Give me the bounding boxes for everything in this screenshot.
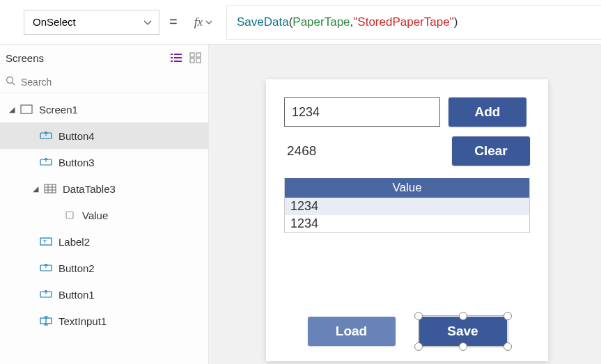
tree-search[interactable] xyxy=(0,71,208,93)
tree-panel: Screens xyxy=(0,45,209,364)
formula-token-ident: PaperTape xyxy=(292,15,350,29)
save-button[interactable]: Save xyxy=(419,317,507,346)
result-label: 2468 xyxy=(284,143,316,159)
svg-rect-6 xyxy=(190,53,194,57)
label-icon: T xyxy=(39,236,53,247)
svg-rect-3 xyxy=(174,57,182,58)
table-header-value: Value xyxy=(285,178,529,198)
save-button-selected[interactable]: Save xyxy=(419,317,507,346)
grid-view-icon[interactable] xyxy=(190,53,201,63)
tree-item-button3[interactable]: Button3 xyxy=(0,149,208,175)
resize-handle[interactable] xyxy=(414,342,423,351)
add-button[interactable]: Add xyxy=(448,97,526,127)
chevron-down-icon xyxy=(143,16,152,28)
number-input[interactable] xyxy=(284,97,440,127)
button-icon xyxy=(39,157,53,168)
search-icon xyxy=(6,76,15,88)
data-table[interactable]: Value 1234 1234 xyxy=(284,178,530,233)
svg-rect-8 xyxy=(190,58,194,63)
svg-point-10 xyxy=(7,77,13,83)
resize-handle[interactable] xyxy=(504,312,512,320)
formula-input[interactable]: SaveData( PaperTape, "StoredPaperTape" ) xyxy=(226,5,601,40)
resize-handle[interactable] xyxy=(414,312,423,320)
svg-rect-9 xyxy=(196,58,201,63)
tree-item-textinput1[interactable]: TextInput1 xyxy=(0,308,208,334)
caret-down-icon: ◢ xyxy=(31,184,40,193)
resize-handle[interactable] xyxy=(504,342,512,351)
formula-token-string: "StoredPaperTape" xyxy=(353,15,453,29)
clear-button[interactable]: Clear xyxy=(452,136,530,166)
svg-rect-4 xyxy=(171,61,173,62)
button-icon xyxy=(39,289,53,300)
tree-view-icon[interactable] xyxy=(171,53,182,63)
table-row[interactable]: 1234 xyxy=(285,215,529,232)
svg-rect-0 xyxy=(171,54,173,55)
tree-item-datatable3[interactable]: ◢ DataTable3 xyxy=(0,175,208,202)
button-icon xyxy=(39,130,53,141)
screen-icon xyxy=(19,104,33,115)
chevron-down-icon xyxy=(205,18,212,26)
formula-token-func: SaveData xyxy=(237,15,289,29)
caret-down-icon: ◢ xyxy=(7,105,17,114)
formula-bar: OnSelect = fx SaveData( PaperTape, "Stor… xyxy=(0,0,601,45)
tree-title: Screens xyxy=(6,52,44,64)
tree-item-label2[interactable]: T Label2 xyxy=(0,228,208,255)
resize-handle[interactable] xyxy=(459,342,467,351)
tree-item-button4[interactable]: Button4 xyxy=(0,122,208,149)
property-dropdown[interactable]: OnSelect xyxy=(24,10,159,35)
svg-rect-12 xyxy=(21,105,32,113)
svg-line-11 xyxy=(13,82,15,85)
svg-text:T: T xyxy=(43,239,47,245)
datatable-icon xyxy=(43,183,57,194)
load-button[interactable]: Load xyxy=(308,317,396,346)
fx-icon: fx xyxy=(194,15,203,29)
svg-rect-20 xyxy=(66,212,73,219)
app-canvas: Add 2468 Clear Value 1234 1234 Load Save xyxy=(266,79,548,361)
canvas-area[interactable]: Add 2468 Clear Value 1234 1234 Load Save xyxy=(209,45,601,364)
tree-item-value-column[interactable]: Value xyxy=(0,202,208,228)
svg-rect-5 xyxy=(174,61,182,62)
resize-handle[interactable] xyxy=(459,312,467,320)
property-dropdown-value: OnSelect xyxy=(33,16,76,28)
button-icon xyxy=(39,262,53,274)
column-icon xyxy=(63,209,77,221)
svg-rect-2 xyxy=(171,57,173,58)
tree-item-screen1[interactable]: ◢ Screen1 xyxy=(0,96,208,122)
svg-rect-1 xyxy=(174,54,182,55)
svg-rect-7 xyxy=(196,53,201,57)
equals-sign: = xyxy=(166,14,180,30)
tree: ◢ Screen1 Button4 Button3 ◢ xyxy=(0,93,208,334)
fx-label[interactable]: fx xyxy=(187,5,219,40)
svg-rect-15 xyxy=(45,184,56,193)
tree-item-button1[interactable]: Button1 xyxy=(0,281,208,308)
table-row[interactable]: 1234 xyxy=(285,198,529,215)
textinput-icon xyxy=(39,315,53,326)
tree-search-input[interactable] xyxy=(21,77,201,88)
tree-item-button2[interactable]: Button2 xyxy=(0,255,208,281)
